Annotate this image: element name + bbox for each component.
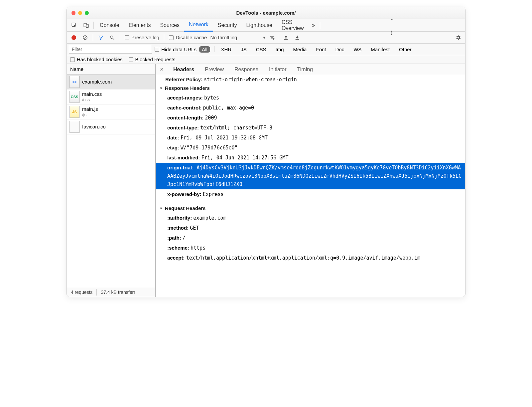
header-value: example.com [193,215,226,221]
has-blocked-cookies-checkbox[interactable]: Has blocked cookies [70,57,123,62]
request-name: favicon.ico [82,124,106,130]
header-value: Aj4DysCv3VjknU3jJvkDEwnQZK/vmse4rdd8jZog… [167,165,462,187]
separator [120,34,120,41]
record-button[interactable] [69,32,79,44]
header-key: date: [167,135,181,140]
status-bar: 4 requests 37.4 kB transferr [67,287,155,297]
header-value: bytes [204,95,219,101]
response-headers-section[interactable]: ▼ Response Headers [156,83,465,93]
header-row: last-modified: Fri, 04 Jun 2021 14:27:56… [156,153,465,163]
type-filter-img[interactable]: Img [273,46,287,53]
device-toggle-icon[interactable] [80,19,92,32]
type-filter-doc[interactable]: Doc [332,46,347,53]
type-filter-all[interactable]: All [199,46,210,53]
header-key: :path: [167,235,183,241]
type-filter-css[interactable]: CSS [253,46,269,53]
svg-line-9 [113,38,114,40]
blocked-requests-checkbox[interactable]: Blocked Requests [129,57,176,62]
svg-point-8 [110,36,113,38]
detail-tab-preview[interactable]: Preview [200,64,228,75]
header-value: text/html,application/xhtml+xml,applicat… [186,255,420,261]
disable-cache-checkbox[interactable]: Disable cache [167,35,209,40]
filter-bar-2: Has blocked cookies Blocked Requests [67,55,465,64]
header-value: W/"7d9-179d76c65e0" [181,145,238,151]
throttling-select[interactable]: No throttling ▼ [210,35,275,40]
type-filter-row: AllXHRJSCSSImgMediaFontDocWSManifestOthe… [199,46,414,53]
header-row: cache-control: public, max-age=0 [156,103,465,113]
close-window-button[interactable] [71,11,75,15]
separator [278,34,278,41]
wifi-icon[interactable] [269,35,275,40]
request-headers-list: :authority: example.com:method: GET:path… [156,213,465,263]
header-row: x-powered-by: Express [156,189,465,199]
header-value: Express [203,191,224,197]
titlebar: DevTools - example.com/ [67,7,465,19]
detail-body[interactable]: Referrer Policy: strict-origin-when-cros… [156,75,465,297]
response-headers-list: accept-ranges: bytescache-control: publi… [156,93,465,163]
header-row: content-type: text/html; charset=UTF-8 [156,123,465,133]
hide-data-urls-checkbox[interactable]: Hide data URLs [155,47,197,52]
tab-css-overview[interactable]: CSS Overview [277,19,309,32]
tab-sources[interactable]: Sources [155,19,184,32]
detail-tab-response[interactable]: Response [230,64,263,75]
hide-data-urls-label: Hide data URLs [161,47,197,52]
more-tabs-button[interactable]: » [309,22,319,29]
header-key: x-powered-by: [167,191,201,197]
tab-lighthouse[interactable]: Lighthouse [242,19,277,32]
request-row[interactable]: JSmain.js/js [67,104,155,119]
type-filter-ws[interactable]: WS [351,46,364,53]
header-value: GET [190,225,199,231]
request-name: example.com [82,79,112,85]
type-filter-font[interactable]: Font [313,46,329,53]
detail-tab-timing[interactable]: Timing [293,64,318,75]
chevron-down-icon: ▼ [262,36,266,40]
tab-elements[interactable]: Elements [124,19,156,32]
throttling-value: No throttling [210,35,237,40]
file-icon [69,121,79,133]
close-detail-button[interactable]: × [156,66,167,73]
header-key: :method: [167,225,190,231]
header-value: text/html; charset=UTF-8 [200,125,272,131]
tab-console[interactable]: Console [95,19,124,32]
header-key: content-length: [167,115,205,120]
file-icon: <> [69,76,79,88]
status-requests: 4 requests [67,290,96,295]
header-row: etag: W/"7d9-179d76c65e0" [156,143,465,153]
status-transfer: 37.4 kB transferr [97,290,139,295]
request-row[interactable]: <>example.com [67,75,155,90]
kebab-menu-icon[interactable] [386,27,398,39]
download-har-icon[interactable] [292,32,302,44]
minimize-window-button[interactable] [78,11,82,15]
request-row[interactable]: favicon.ico [67,119,155,134]
clear-button[interactable] [80,32,90,44]
zoom-window-button[interactable] [85,11,89,15]
header-row: :scheme: https [156,243,465,253]
header-row-origin-trial[interactable]: origin-trial: Aj4DysCv3VjknU3jJvkDEwnQZK… [156,163,465,189]
search-icon[interactable] [107,32,117,44]
disable-cache-label: Disable cache [176,35,207,40]
detail-tab-initiator[interactable]: Initiator [264,64,291,75]
request-list-panel: Name <>example.comCSSmain.css/cssJSmain.… [67,64,156,297]
tab-security[interactable]: Security [213,19,242,32]
panel-settings-icon[interactable] [453,32,463,44]
request-headers-section[interactable]: ▼ Request Headers [156,203,465,213]
file-icon: JS [69,106,79,118]
main-tabs: ConsoleElementsSourcesNetworkSecurityLig… [95,19,309,32]
tab-network[interactable]: Network [184,19,213,32]
filter-input[interactable] [69,45,152,54]
upload-har-icon[interactable] [281,32,291,44]
type-filter-other[interactable]: Other [396,46,414,53]
type-filter-js[interactable]: JS [238,46,249,53]
header-key: origin-trial: [167,165,194,170]
header-row: :method: GET [156,223,465,233]
filter-bar: Hide data URLs AllXHRJSCSSImgMediaFontDo… [67,44,465,55]
inspect-icon[interactable] [68,19,80,32]
preserve-log-checkbox[interactable]: Preserve log [123,35,161,40]
type-filter-media[interactable]: Media [291,46,310,53]
column-header-name[interactable]: Name [67,64,155,75]
request-row[interactable]: CSSmain.css/css [67,90,155,104]
filter-toggle-icon[interactable] [96,32,106,44]
type-filter-manifest[interactable]: Manifest [368,46,392,53]
type-filter-xhr[interactable]: XHR [218,46,234,53]
detail-tab-headers[interactable]: Headers [169,64,199,75]
